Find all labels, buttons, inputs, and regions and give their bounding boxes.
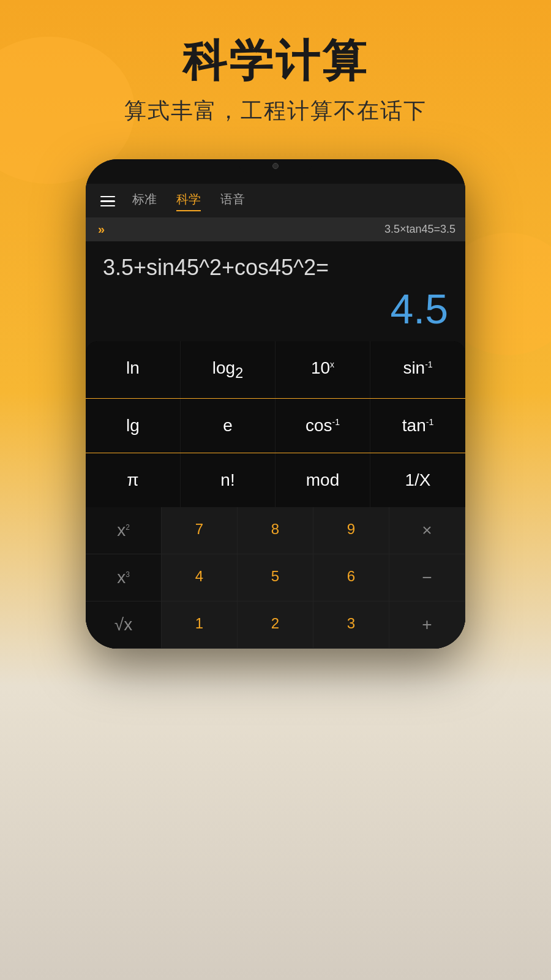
main-title: 科学计算	[0, 37, 551, 85]
key-3[interactable]: 3	[313, 601, 389, 649]
key-10x[interactable]: 10x	[276, 341, 370, 399]
key-cos-inv[interactable]: cos-1	[276, 399, 370, 453]
key-multiply[interactable]: ×	[389, 507, 465, 554]
reg-keyboard: x2 7 8 9 × x3 4 5 6 − √x 1 2 3 +	[86, 507, 465, 649]
key-factorial[interactable]: n!	[181, 453, 276, 507]
key-mod[interactable]: mod	[276, 453, 370, 507]
key-6[interactable]: 6	[313, 554, 389, 601]
hamburger-button[interactable]	[100, 196, 115, 207]
calc-display: 3.5+sin45^2+cos45^2= 4.5	[86, 241, 465, 339]
tab-scientific[interactable]: 科学	[176, 191, 201, 211]
key-ln[interactable]: ln	[86, 341, 181, 399]
key-lg[interactable]: lg	[86, 399, 181, 453]
phone-frame: 标准 科学 语音 » 3.5×tan45=3.5 3.5+sin45^2+cos…	[86, 159, 465, 649]
sci-keyboard: ln log2 10x sin-1 lg e cos-1 tan-1 π n! …	[86, 341, 465, 508]
sci-row-2: lg e cos-1 tan-1	[86, 399, 465, 453]
header-section: 科学计算 算式丰富，工程计算不在话下	[0, 37, 551, 126]
key-5[interactable]: 5	[238, 554, 313, 601]
notch-area	[86, 159, 465, 184]
key-x3[interactable]: x3	[86, 554, 162, 601]
key-2[interactable]: 2	[238, 601, 313, 649]
calculator-screen: 标准 科学 语音 » 3.5×tan45=3.5 3.5+sin45^2+cos…	[86, 184, 465, 649]
key-minus[interactable]: −	[389, 554, 465, 601]
key-plus[interactable]: +	[389, 601, 465, 649]
key-7[interactable]: 7	[162, 507, 238, 554]
key-log2[interactable]: log2	[181, 341, 276, 399]
main-expression: 3.5+sin45^2+cos45^2=	[103, 254, 448, 282]
key-9[interactable]: 9	[313, 507, 389, 554]
sci-row-1: ln log2 10x sin-1	[86, 341, 465, 399]
phone-wrapper: 标准 科学 语音 » 3.5×tan45=3.5 3.5+sin45^2+cos…	[86, 159, 465, 649]
sci-row-3: π n! mod 1/X	[86, 453, 465, 507]
key-8[interactable]: 8	[238, 507, 313, 554]
key-sin-inv[interactable]: sin-1	[370, 341, 465, 399]
key-sqrt[interactable]: √x	[86, 601, 162, 649]
key-e[interactable]: e	[181, 399, 276, 453]
tab-standard[interactable]: 标准	[132, 191, 157, 211]
calc-nav: 标准 科学 语音	[86, 184, 465, 217]
history-bar: » 3.5×tan45=3.5	[86, 217, 465, 241]
key-x2[interactable]: x2	[86, 507, 162, 554]
nav-tabs: 标准 科学 语音	[132, 191, 245, 211]
key-4[interactable]: 4	[162, 554, 238, 601]
history-expr: 3.5×tan45=3.5	[112, 223, 455, 236]
camera-dot	[272, 163, 279, 169]
key-reciprocal[interactable]: 1/X	[370, 453, 465, 507]
sub-title: 算式丰富，工程计算不在话下	[0, 96, 551, 126]
result-value: 4.5	[103, 285, 448, 333]
history-arrows[interactable]: »	[98, 222, 105, 236]
notch	[239, 159, 312, 173]
key-tan-inv[interactable]: tan-1	[370, 399, 465, 453]
key-pi[interactable]: π	[86, 453, 181, 507]
key-1[interactable]: 1	[162, 601, 238, 649]
tab-voice[interactable]: 语音	[220, 191, 245, 211]
